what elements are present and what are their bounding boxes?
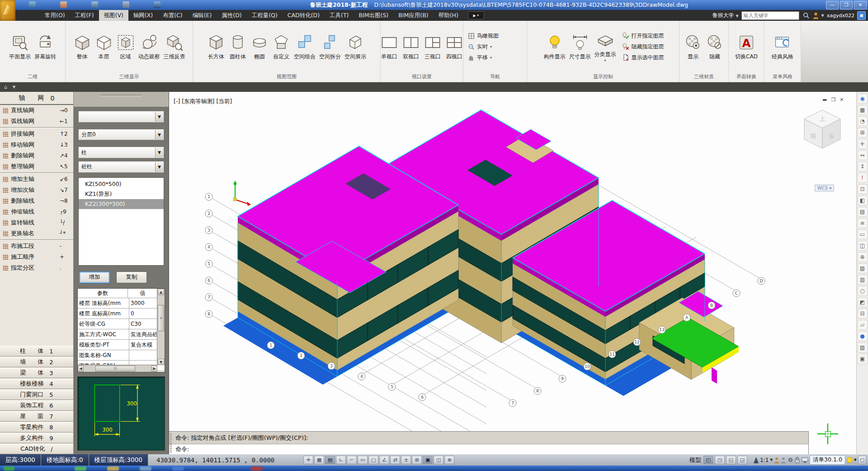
sidebar-item-move-axis[interactable]: 移动轴网↓3: [0, 139, 73, 150]
quick-icon[interactable]: [29, 1, 36, 8]
sidebar-item-add-main-axis[interactable]: 增加主轴↙6: [0, 174, 73, 185]
ribbon-item-screen-rotate[interactable]: 屏幕旋转: [33, 32, 57, 62]
panel-grip[interactable]: [74, 92, 169, 107]
ribbon-item-classic-style[interactable]: 经典风格: [770, 32, 795, 62]
menu-item-help[interactable]: 帮助(H): [434, 10, 463, 21]
project-dropdown[interactable]: ▼: [78, 111, 164, 123]
dot-tool-icon[interactable]: ●: [858, 331, 868, 341]
sidebar-group-misc-component[interactable]: 零星构件8: [0, 422, 73, 433]
ribbon-item-orbit[interactable]: 动态观察: [137, 32, 161, 62]
scale-value[interactable]: 1:1: [760, 457, 769, 463]
layout-model-icon[interactable]: ◰: [703, 456, 713, 464]
quick-icon[interactable]: [123, 1, 129, 8]
vertical-scrollbar[interactable]: ▲ ≡ ▼: [157, 289, 165, 366]
table-row[interactable]: 楼层 顶标高(mm3000: [78, 298, 165, 309]
sidebar-group-column[interactable]: 柱 体1: [0, 346, 73, 357]
sidebar-group-slab-stair[interactable]: 楼板楼梯4: [0, 378, 73, 389]
ribbon-item-3d-inspect[interactable]: 三维反查: [162, 32, 187, 62]
dyn-ucs-toggle-icon[interactable]: ▢: [368, 456, 378, 464]
ribbon-item-hide-layer[interactable]: 隐藏指定图层: [622, 43, 664, 51]
menu-item-properties[interactable]: 属性(D): [217, 10, 246, 21]
message-icon[interactable]: ▣: [857, 11, 866, 20]
angle-toggle-icon[interactable]: ∠: [379, 456, 389, 464]
copy-button[interactable]: 复制: [116, 271, 147, 283]
sidebar-item-add-sub-axis[interactable]: 增加次轴↘7: [0, 185, 73, 195]
sidebar-group-door-window[interactable]: 门窗洞口5: [0, 389, 73, 400]
ribbon-item-component-display[interactable]: 构件显示: [542, 32, 567, 62]
close-button[interactable]: ✕: [854, 1, 867, 10]
scroll-right-icon[interactable]: ▶: [151, 366, 157, 371]
taskbar-app-icon[interactable]: [75, 466, 86, 471]
menu-item-cad-convert[interactable]: CAD转化(D): [283, 10, 325, 21]
list-tool-icon[interactable]: ≡: [858, 218, 868, 228]
start-orb-icon[interactable]: [4, 466, 14, 471]
sidebar-item-stretch-axisline[interactable]: 伸缩轴线┌9: [0, 206, 73, 217]
table-row[interactable]: 图集名称-GN: [78, 350, 165, 361]
search-input[interactable]: [741, 11, 799, 20]
scroll-down-icon[interactable]: ▼: [158, 359, 164, 365]
menu-item-layout[interactable]: 布置(C): [158, 10, 187, 21]
layer-tool-icon[interactable]: ◧: [858, 195, 868, 205]
taskbar-folder-icon[interactable]: [107, 466, 119, 471]
sidebar-group-cad-convert[interactable]: CAD转化/: [0, 443, 73, 454]
chevron-down-icon[interactable]: ▼: [13, 85, 15, 89]
add-tool-icon[interactable]: ⊕: [858, 252, 868, 262]
chevron-down-icon[interactable]: ▼: [821, 14, 824, 18]
frame-tool-icon[interactable]: ▣: [858, 354, 868, 364]
chevron-down-icon[interactable]: ▼: [770, 458, 773, 462]
sidebar-item-construction-order[interactable]: 施工顺序+: [0, 252, 73, 262]
hatch-tool-icon[interactable]: ▨: [858, 263, 868, 273]
cols-tool-icon[interactable]: ▥: [858, 275, 868, 285]
ribbon-item-ellipse[interactable]: 椭圆: [249, 32, 270, 62]
table-row[interactable]: 施工方式-WOC泵送商品砼: [78, 329, 165, 340]
move-tool-icon[interactable]: ✛: [858, 139, 868, 149]
floor-top-elevation-badge[interactable]: 楼层顶标高:3000: [89, 454, 148, 466]
sphere-tool-icon[interactable]: ◉: [858, 94, 868, 104]
ribbon-item-plan-display[interactable]: 平面显示: [8, 32, 32, 62]
ribbon-item-space-split[interactable]: 空间拆分: [318, 32, 342, 62]
menu-item-tools[interactable]: 工具(T): [325, 10, 354, 21]
hardware-accel-icon[interactable]: [802, 457, 808, 463]
quick-icon[interactable]: [91, 1, 98, 8]
sidebar-group-decoration[interactable]: 装饰工程6: [0, 400, 73, 411]
ribbon-item-viewport-1[interactable]: 单视口: [379, 32, 400, 62]
menu-item-common[interactable]: 常用(O): [40, 10, 70, 21]
bulb-status-icon[interactable]: [847, 457, 853, 463]
split-tool-icon[interactable]: ◫: [858, 241, 868, 251]
annot-auto-icon[interactable]: [781, 457, 786, 463]
scrollbar-thumb[interactable]: |||: [95, 366, 135, 371]
annot-visibility-icon[interactable]: [774, 457, 779, 463]
pan-v-tool-icon[interactable]: ↕: [858, 162, 868, 171]
sidebar-item-rename-axis[interactable]: 更换轴名┘*: [0, 228, 73, 239]
viewport-close-icon[interactable]: ✕: [840, 97, 844, 103]
layout-1-icon[interactable]: ◳: [715, 456, 725, 464]
minimize-button[interactable]: —: [826, 1, 839, 10]
ribbon-item-viewport-4[interactable]: 四视口: [444, 32, 465, 62]
osnap-toggle-icon[interactable]: ⌐: [347, 456, 357, 464]
camera-tool-icon[interactable]: ◔: [858, 116, 868, 126]
scrollbar-thumb[interactable]: ≡: [158, 305, 164, 331]
maximize-button[interactable]: ❐: [840, 1, 853, 10]
dyn-input-toggle-icon[interactable]: ⇄: [390, 456, 400, 464]
layout-2-icon[interactable]: ◱: [726, 456, 736, 464]
ground-elevation-badge[interactable]: 楼地面标高:0: [41, 454, 89, 466]
rect-tool-icon[interactable]: ▭: [858, 229, 868, 239]
otrack-toggle-icon[interactable]: ▭: [358, 456, 368, 464]
sidebar-item-arrange-axis[interactable]: 整理轴网↖5: [0, 161, 73, 172]
user-icon[interactable]: [813, 12, 819, 19]
ribbon-item-birdseye[interactable]: 鸟瞰视图: [468, 32, 499, 40]
sidebar-group-beam[interactable]: 梁 体3: [0, 367, 73, 378]
alert-tool-icon[interactable]: !: [858, 173, 868, 183]
quick-icon[interactable]: [154, 1, 160, 8]
taskbar-app-icon[interactable]: [172, 466, 184, 471]
menu-item-project[interactable]: 工程(F): [70, 10, 99, 21]
shade-tool-icon[interactable]: ▧: [858, 343, 868, 352]
command-input-line[interactable]: 命令:: [169, 444, 808, 454]
ribbon-item-region[interactable]: 区域: [115, 32, 136, 62]
ribbon-item-current-floor[interactable]: 本层: [94, 32, 114, 62]
menu-item-bim-output[interactable]: BIM出图(S): [354, 10, 394, 21]
viewport-minimize-icon[interactable]: ▬: [822, 97, 827, 103]
minus-tool-icon[interactable]: ⊟: [858, 309, 868, 319]
sidebar-item-line-axis[interactable]: 直线轴网→0: [0, 105, 73, 116]
scroll-left-icon[interactable]: ◀: [78, 366, 84, 371]
